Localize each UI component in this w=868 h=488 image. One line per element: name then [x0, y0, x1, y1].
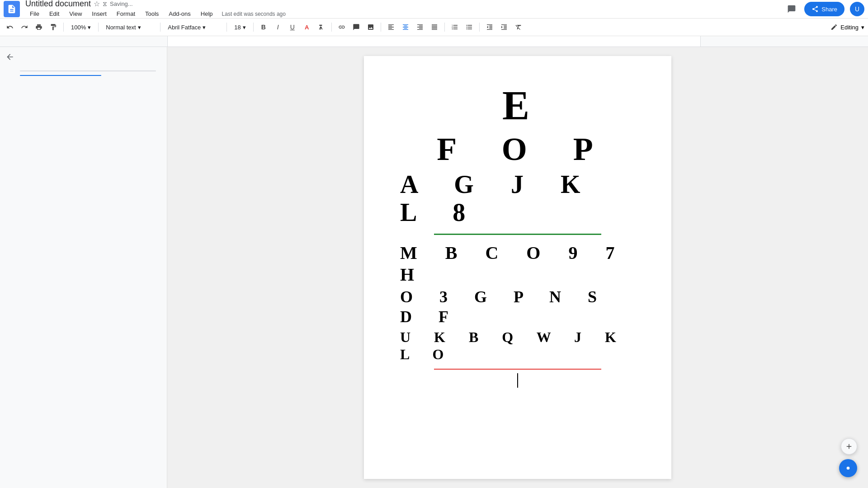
comment-button[interactable]	[350, 21, 363, 33]
divider-7	[381, 23, 381, 32]
toolbar: 100% ▾ Normal text ▾ Abril Fatface ▾ 18 …	[0, 18, 868, 36]
doc-title-area: Untitled document ☆ ⧖ Saving... File Edi…	[25, 0, 783, 19]
divider-6	[331, 23, 332, 32]
eye-chart-row-o3gpnsdf: O 3 G P N S D F	[400, 287, 635, 326]
main-layout: E F O P A G J K L 8 M B C O 9 7 H O 3 G …	[0, 47, 868, 488]
sidebar-back-button[interactable]	[5, 52, 14, 63]
image-button[interactable]	[364, 21, 377, 33]
print-button[interactable]	[33, 21, 45, 33]
redo-button[interactable]	[18, 21, 31, 33]
divider-5	[253, 23, 254, 32]
text-color-a: A	[305, 24, 309, 31]
history-icon[interactable]: ⧖	[103, 0, 107, 8]
eye-chart: E F O P A G J K L 8 M B C O 9 7 H O 3 G …	[400, 83, 635, 388]
style-chevron: ▾	[138, 24, 141, 31]
share-button[interactable]: Share	[804, 2, 844, 16]
eye-chart-row-fop: F O P	[437, 131, 598, 167]
underline-button[interactable]: U	[286, 21, 299, 33]
eye-chart-row-e: E	[502, 83, 533, 128]
text-color-button[interactable]: A	[301, 21, 313, 33]
ruler-inner	[167, 36, 701, 47]
editing-chevron: ▾	[861, 24, 864, 31]
paint-format-button[interactable]	[47, 21, 60, 33]
share-label: Share	[821, 6, 837, 13]
app-icon[interactable]	[4, 1, 20, 17]
zoom-value: 100%	[71, 24, 86, 31]
divider-3	[160, 23, 160, 32]
menu-items: File Edit View Insert Format Tools Add-o…	[25, 9, 783, 19]
editing-mode[interactable]: Editing ▾	[830, 23, 864, 31]
menu-bar: Untitled document ☆ ⧖ Saving... File Edi…	[0, 0, 868, 18]
ordered-list-button[interactable]	[448, 21, 461, 33]
star-icon[interactable]: ☆	[94, 0, 100, 8]
zoom-dropdown[interactable]: 100% ▾	[67, 22, 94, 33]
align-left-button[interactable]	[385, 21, 397, 33]
divider-2	[98, 23, 99, 32]
green-separator-line	[434, 234, 601, 235]
font-size-chevron: ▾	[243, 24, 246, 31]
sidebar-active-line	[20, 75, 101, 76]
increase-indent-button[interactable]	[498, 21, 510, 33]
menu-addons[interactable]: Add-ons	[164, 9, 195, 19]
doc-area: E F O P A G J K L 8 M B C O 9 7 H O 3 G …	[167, 47, 868, 488]
sidebar	[0, 47, 167, 488]
highlight-button[interactable]	[315, 21, 328, 33]
menu-file[interactable]: File	[25, 9, 44, 19]
red-separator-line	[434, 369, 601, 370]
ruler	[0, 36, 868, 47]
floating-action-button[interactable]	[839, 459, 857, 477]
link-button[interactable]	[335, 21, 348, 33]
align-right-button[interactable]	[414, 21, 426, 33]
divider-4	[226, 23, 227, 32]
svg-point-0	[847, 467, 850, 470]
document-page: E F O P A G J K L 8 M B C O 9 7 H O 3 G …	[364, 56, 671, 479]
font-value: Abril Fatface	[168, 24, 201, 31]
add-to-doc-button[interactable]	[841, 438, 857, 455]
align-justify-button[interactable]	[428, 21, 441, 33]
divider-9	[479, 23, 480, 32]
style-dropdown[interactable]: Normal text ▾	[102, 22, 156, 33]
text-cursor	[517, 373, 518, 388]
menu-tools[interactable]: Tools	[141, 9, 163, 19]
divider-1	[63, 23, 64, 32]
font-size-value: 18	[234, 24, 241, 31]
decrease-indent-button[interactable]	[483, 21, 496, 33]
editing-label: Editing	[840, 24, 859, 31]
menu-insert[interactable]: Insert	[87, 9, 111, 19]
italic-button[interactable]: I	[272, 21, 284, 33]
menu-help[interactable]: Help	[196, 9, 217, 19]
eye-chart-row-mbco97h: M B C O 9 7 H	[400, 242, 635, 286]
clear-format-button[interactable]	[512, 21, 525, 33]
style-value: Normal text	[106, 24, 136, 31]
bold-button[interactable]: B	[257, 21, 270, 33]
font-size-dropdown[interactable]: 18 ▾	[231, 22, 249, 33]
divider-8	[444, 23, 445, 32]
eye-chart-row-ukbqwjklo: U K B Q W J K L O	[400, 328, 635, 363]
user-avatar[interactable]: U	[850, 2, 864, 16]
header-right: Share U	[784, 2, 864, 16]
comment-icon[interactable]	[784, 2, 799, 16]
font-dropdown[interactable]: Abril Fatface ▾	[164, 22, 223, 33]
last-edit-status: Last edit was seconds ago	[222, 11, 286, 17]
unordered-list-button[interactable]	[463, 21, 476, 33]
align-center-button[interactable]	[399, 21, 412, 33]
menu-format[interactable]: Format	[112, 9, 140, 19]
zoom-chevron: ▾	[88, 24, 91, 31]
undo-button[interactable]	[4, 21, 16, 33]
menu-edit[interactable]: Edit	[45, 9, 64, 19]
sidebar-line-1	[20, 70, 156, 71]
menu-view[interactable]: View	[65, 9, 86, 19]
font-chevron: ▾	[203, 24, 206, 31]
doc-title[interactable]: Untitled document	[25, 0, 91, 9]
eye-chart-row-agjkl8: A G J K L 8	[400, 171, 635, 226]
saving-status: Saving...	[110, 0, 133, 7]
